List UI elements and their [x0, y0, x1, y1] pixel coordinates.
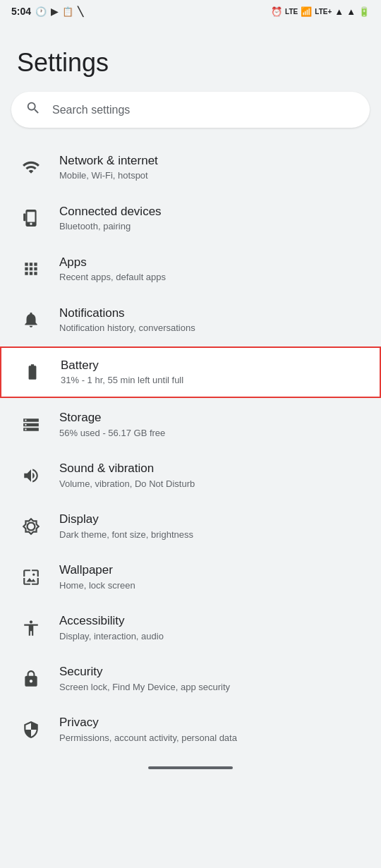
clock-icon: 🕐	[35, 6, 47, 17]
settings-item-battery[interactable]: Battery 31% - 1 hr, 55 min left until fu…	[0, 346, 381, 398]
network-title: Network & internet	[59, 153, 158, 169]
display-title: Display	[59, 512, 193, 527]
settings-item-apps[interactable]: Apps Recent apps, default apps	[0, 243, 381, 294]
search-icon	[25, 100, 41, 119]
slash-icon: ╲	[78, 6, 83, 17]
wallpaper-text: Wallpaper Home, lock screen	[59, 562, 135, 591]
privacy-title: Privacy	[59, 715, 237, 730]
display-subtitle: Dark theme, font size, brightness	[59, 529, 193, 541]
notifications-title: Notifications	[59, 306, 195, 321]
bottom-bar	[0, 755, 381, 775]
settings-item-connected-devices[interactable]: Connected devices Bluetooth, pairing	[0, 193, 381, 243]
signal-icon: ▲	[334, 6, 344, 17]
privacy-icon	[17, 716, 45, 744]
bottom-indicator	[148, 766, 233, 769]
sound-title: Sound & vibration	[59, 461, 195, 476]
lte-badge-icon: LTE+	[315, 8, 332, 16]
wallpaper-title: Wallpaper	[59, 562, 135, 578]
settings-item-notifications[interactable]: Notifications Notification history, conv…	[0, 294, 381, 345]
battery-subtitle: 31% - 1 hr, 55 min left until full	[61, 375, 183, 387]
accessibility-title: Accessibility	[59, 613, 164, 629]
connected-devices-icon	[17, 204, 45, 232]
youtube-icon: ▶	[51, 6, 58, 17]
accessibility-icon	[17, 614, 45, 642]
security-title: Security	[59, 664, 230, 680]
storage-subtitle: 56% used - 56.17 GB free	[59, 428, 165, 440]
battery-title: Battery	[61, 358, 183, 373]
status-time: 5:04	[11, 6, 31, 17]
security-text: Security Screen lock, Find My Device, ap…	[59, 664, 230, 693]
display-icon	[17, 512, 45, 541]
settings-item-display[interactable]: Display Dark theme, font size, brightnes…	[0, 501, 381, 552]
sound-text: Sound & vibration Volume, vibration, Do …	[59, 461, 195, 490]
signal2-icon: ▲	[346, 6, 356, 17]
alarm-icon: ⏰	[271, 6, 282, 17]
accessibility-text: Accessibility Display, interaction, audi…	[59, 613, 164, 642]
security-subtitle: Screen lock, Find My Device, app securit…	[59, 682, 230, 694]
settings-item-network[interactable]: Network & internet Mobile, Wi-Fi, hotspo…	[0, 142, 381, 193]
battery-status-icon: 🔋	[358, 6, 370, 17]
status-left: 5:04 🕐 ▶ 📋 ╲	[11, 6, 83, 17]
sound-icon	[17, 462, 45, 490]
search-placeholder: Search settings	[52, 104, 130, 116]
settings-item-privacy[interactable]: Privacy Permissions, account activity, p…	[0, 704, 381, 755]
security-icon	[17, 665, 45, 693]
clipboard-icon: 📋	[62, 6, 73, 17]
apps-icon	[17, 255, 45, 283]
network-subtitle: Mobile, Wi-Fi, hotspot	[59, 170, 158, 182]
privacy-text: Privacy Permissions, account activity, p…	[59, 715, 237, 744]
notifications-icon	[17, 306, 45, 334]
network-icon	[17, 153, 45, 181]
connected-devices-text: Connected devices Bluetooth, pairing	[59, 204, 162, 233]
connected-devices-subtitle: Bluetooth, pairing	[59, 221, 162, 233]
apps-subtitle: Recent apps, default apps	[59, 272, 166, 284]
page-title: Settings	[0, 20, 381, 92]
wallpaper-icon	[17, 563, 45, 591]
display-text: Display Dark theme, font size, brightnes…	[59, 512, 193, 541]
lte-icon: LTE	[285, 8, 298, 16]
sound-subtitle: Volume, vibration, Do Not Disturb	[59, 478, 195, 490]
storage-text: Storage 56% used - 56.17 GB free	[59, 410, 165, 439]
network-text: Network & internet Mobile, Wi-Fi, hotspo…	[59, 153, 158, 182]
battery-text: Battery 31% - 1 hr, 55 min left until fu…	[61, 358, 183, 387]
settings-item-wallpaper[interactable]: Wallpaper Home, lock screen	[0, 552, 381, 603]
battery-icon	[18, 358, 47, 386]
settings-item-security[interactable]: Security Screen lock, Find My Device, ap…	[0, 653, 381, 704]
settings-list: Network & internet Mobile, Wi-Fi, hotspo…	[0, 142, 381, 755]
settings-item-accessibility[interactable]: Accessibility Display, interaction, audi…	[0, 603, 381, 653]
wallpaper-subtitle: Home, lock screen	[59, 580, 135, 592]
connected-devices-title: Connected devices	[59, 204, 162, 219]
status-bar: 5:04 🕐 ▶ 📋 ╲ ⏰ LTE 📶 LTE+ ▲ ▲ 🔋	[0, 0, 381, 20]
svg-rect-0	[23, 214, 25, 222]
status-right: ⏰ LTE 📶 LTE+ ▲ ▲ 🔋	[271, 6, 370, 17]
apps-text: Apps Recent apps, default apps	[59, 255, 166, 284]
privacy-subtitle: Permissions, account activity, personal …	[59, 733, 237, 745]
settings-item-storage[interactable]: Storage 56% used - 56.17 GB free	[0, 399, 381, 450]
storage-icon	[17, 411, 45, 439]
apps-title: Apps	[59, 255, 166, 270]
accessibility-subtitle: Display, interaction, audio	[59, 631, 164, 643]
storage-title: Storage	[59, 410, 165, 426]
notifications-text: Notifications Notification history, conv…	[59, 306, 195, 334]
wifi-calling-icon: 📶	[301, 6, 312, 17]
notifications-subtitle: Notification history, conversations	[59, 323, 195, 334]
settings-item-sound[interactable]: Sound & vibration Volume, vibration, Do …	[0, 450, 381, 501]
search-bar[interactable]: Search settings	[11, 92, 370, 128]
